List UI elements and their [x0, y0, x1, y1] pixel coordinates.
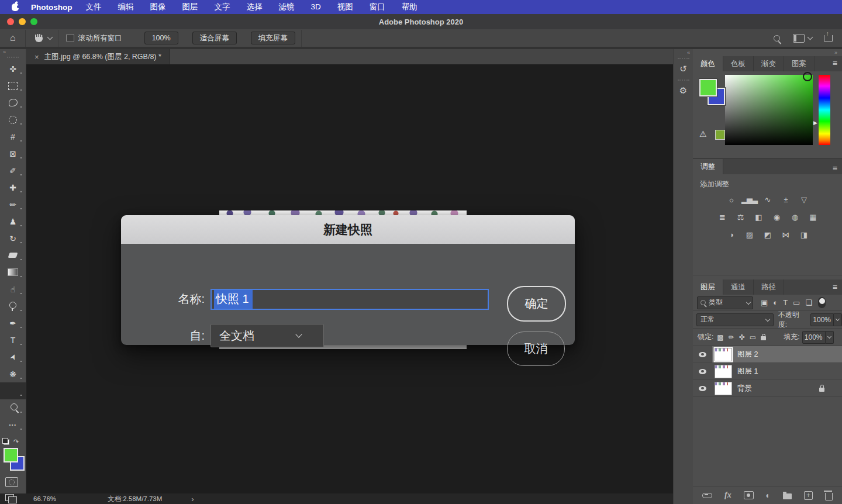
- hue-slider[interactable]: [819, 75, 830, 145]
- dodge-tool[interactable]: [0, 298, 26, 315]
- gamut-color-chip[interactable]: [715, 130, 725, 140]
- zoom-level-field[interactable]: 66.76%: [33, 495, 56, 502]
- dock-gripper[interactable]: [678, 58, 689, 59]
- ok-button[interactable]: 确定: [507, 286, 566, 322]
- properties-panel-icon[interactable]: ⚙: [674, 82, 693, 99]
- menu-item[interactable]: 文件: [78, 0, 110, 14]
- chevron-down-icon[interactable]: [47, 34, 53, 40]
- link-layers-icon[interactable]: [702, 493, 712, 498]
- history-brush-tool[interactable]: ↻: [0, 230, 26, 247]
- eye-icon[interactable]: [699, 352, 706, 357]
- layer-filtering-toggle[interactable]: [818, 297, 826, 308]
- default-colors-icon[interactable]: [4, 439, 9, 445]
- custom-shape-tool[interactable]: ❋: [0, 365, 26, 382]
- tab-adjustments[interactable]: 调整: [693, 159, 723, 174]
- fill-dropdown[interactable]: [826, 331, 834, 344]
- lock-transparent-pixels-icon[interactable]: ▩: [717, 333, 723, 341]
- foreground-color-swatch[interactable]: [4, 448, 18, 462]
- filter-type-layers-icon[interactable]: T: [783, 298, 788, 307]
- smudge-tool[interactable]: ☝: [0, 281, 26, 298]
- filter-shape-layers-icon[interactable]: ▭: [793, 298, 800, 307]
- photo-filter-icon[interactable]: ◉: [770, 211, 783, 223]
- threshold-icon[interactable]: ◩: [761, 229, 774, 240]
- fill-value[interactable]: 100%: [802, 331, 826, 344]
- hue-slider-marker[interactable]: ▶: [813, 120, 817, 126]
- eye-icon[interactable]: [699, 369, 706, 374]
- tab-channels[interactable]: 通道: [723, 279, 754, 295]
- scroll-all-windows-checkbox[interactable]: [66, 34, 74, 42]
- toolbar-gripper[interactable]: [7, 57, 19, 58]
- menu-item[interactable]: 帮助: [394, 0, 426, 14]
- toolbar-expand-icon[interactable]: »: [0, 49, 26, 55]
- zoom-100-button[interactable]: 100%: [144, 32, 178, 44]
- layer-visibility-cell[interactable]: [693, 363, 712, 379]
- filter-pixel-layers-icon[interactable]: ▣: [761, 298, 768, 307]
- channel-mixer-icon[interactable]: ◍: [788, 211, 801, 223]
- 背景[interactable]: 背景: [693, 380, 842, 397]
- fill-screen-button[interactable]: 填充屏幕: [251, 32, 295, 44]
- status-menu-chevron-icon[interactable]: ›: [191, 495, 194, 503]
- blend-mode-select[interactable]: 正常: [696, 313, 774, 326]
- color-panel-menu-icon[interactable]: ≡: [833, 58, 837, 68]
- share-icon[interactable]: ↑: [824, 35, 833, 42]
- menu-item[interactable]: 选择: [239, 0, 271, 14]
- 图层 2[interactable]: 图层 2: [693, 346, 842, 363]
- layer-thumbnail[interactable]: [715, 382, 732, 395]
- layer-style-icon[interactable]: fx: [724, 491, 731, 500]
- document-tab[interactable]: × 主图.jpg @ 66.8% (图层 2, RGB/8) *: [26, 49, 170, 64]
- menu-item[interactable]: 图像: [142, 0, 174, 14]
- spot-healing-brush-tool[interactable]: ✚: [0, 179, 26, 196]
- foreground-color-swatch[interactable]: [699, 79, 717, 96]
- layer-main[interactable]: 图层 1: [712, 363, 842, 379]
- lasso-tool[interactable]: [0, 94, 26, 111]
- tab-patterns[interactable]: 图案: [784, 56, 815, 71]
- posterize-icon[interactable]: ▨: [743, 229, 756, 240]
- menu-item[interactable]: 视图: [329, 0, 361, 14]
- hue-saturation-icon[interactable]: ≣: [716, 211, 729, 223]
- swap-colors-icon[interactable]: ↷: [13, 438, 19, 446]
- clone-stamp-tool[interactable]: ♟: [0, 213, 26, 230]
- lock-all-icon[interactable]: [761, 336, 766, 340]
- exposure-icon[interactable]: ±: [779, 194, 792, 205]
- fit-screen-button[interactable]: 适合屏幕: [192, 32, 237, 44]
- menu-item[interactable]: 3D: [303, 0, 329, 14]
- adjustments-panel-menu-icon[interactable]: ≡: [833, 164, 837, 173]
- zoom-tool[interactable]: [0, 399, 26, 416]
- eye-icon[interactable]: [699, 386, 706, 391]
- gamut-warning-icon[interactable]: ⚠: [699, 129, 707, 139]
- move-tool[interactable]: ✜: [0, 60, 26, 77]
- color-picker-marker[interactable]: [803, 72, 812, 81]
- menu-item[interactable]: 文字: [206, 0, 239, 14]
- dialog-title-bar[interactable]: 新建快照: [121, 215, 575, 244]
- 图层 1[interactable]: 图层 1: [693, 363, 842, 380]
- tab-layers[interactable]: 图层: [693, 279, 723, 295]
- brightness-contrast-icon[interactable]: ☼: [725, 194, 738, 205]
- eyedropper-tool[interactable]: ✐: [0, 162, 26, 179]
- levels-icon[interactable]: ▂▅▃: [743, 194, 756, 205]
- new-adjustment-layer-icon[interactable]: ◐: [766, 491, 771, 500]
- menu-item[interactable]: 图层: [174, 0, 206, 14]
- vibrance-icon[interactable]: ▽: [798, 194, 810, 205]
- eraser-tool[interactable]: [0, 247, 26, 264]
- cancel-button[interactable]: 取消: [507, 332, 565, 366]
- curves-icon[interactable]: ∿: [761, 194, 774, 205]
- pen-tool[interactable]: ✒: [0, 315, 26, 332]
- tab-swatches[interactable]: 色板: [723, 56, 754, 71]
- layer-visibility-cell[interactable]: [693, 346, 712, 363]
- path-selection-tool[interactable]: ➤: [0, 348, 26, 365]
- chevron-down-icon[interactable]: [808, 34, 813, 40]
- opacity-dropdown[interactable]: [834, 313, 842, 326]
- dock-collapse-icon[interactable]: «: [674, 49, 693, 56]
- default-colors-widget[interactable]: ↷: [4, 438, 26, 446]
- quick-mask-button[interactable]: [5, 477, 18, 487]
- delete-layer-icon[interactable]: [825, 493, 833, 500]
- frame-tool[interactable]: ⊠: [0, 145, 26, 162]
- apple-menu-icon[interactable]: [12, 4, 19, 11]
- brush-tool[interactable]: ✏: [0, 196, 26, 213]
- color-balance-icon[interactable]: ⚖: [734, 211, 747, 223]
- type-tool[interactable]: T: [0, 332, 26, 348]
- gradient-map-icon[interactable]: ⋈: [779, 229, 792, 240]
- menu-item[interactable]: 滤镜: [271, 0, 303, 14]
- workspace-icon[interactable]: [793, 34, 805, 43]
- menu-item[interactable]: 窗口: [361, 0, 394, 14]
